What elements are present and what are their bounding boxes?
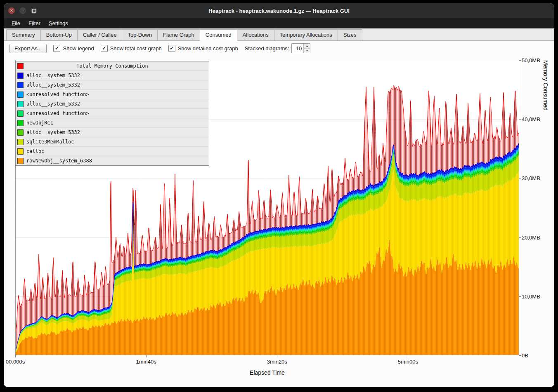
titlebar: ✕ – Heaptrack - heaptrack.wakunode.1.gz … — [4, 3, 554, 18]
legend-label: <unresolved function> — [26, 92, 89, 97]
legend-row: alloc__system_5332 — [16, 127, 209, 137]
x-tick-label: 00.000s — [6, 359, 25, 365]
y-tick-mark — [519, 296, 521, 297]
legend-row: calloc — [16, 146, 209, 156]
y-tick-label: 0B — [522, 352, 528, 359]
checkbox-check-icon: ✓ — [101, 45, 108, 52]
menubar: FileFilterSettings — [4, 18, 554, 28]
stacked-diagrams-spinbox[interactable]: 10 ▲ ▼ — [291, 43, 310, 53]
legend-label: calloc — [26, 148, 44, 154]
y-tick-label: 30,0MB — [522, 175, 540, 181]
legend-chip — [17, 158, 24, 164]
legend-label: alloc__system_5332 — [26, 73, 80, 78]
tab-bottom-up[interactable]: Bottom-Up — [40, 29, 78, 40]
spinbox-up-icon[interactable]: ▲ — [304, 44, 310, 49]
y-tick-mark — [519, 237, 521, 238]
y-tick-mark — [519, 119, 521, 120]
x-axis-title: Elapsed Time — [15, 369, 519, 376]
tab-sizes[interactable]: Sizes — [338, 29, 362, 40]
checkbox-label: Show total cost graph — [110, 45, 162, 52]
y-tick-mark — [519, 355, 521, 356]
x-tick-mark — [277, 355, 277, 357]
x-tick-label: 1min40s — [136, 359, 156, 365]
tab-consumed[interactable]: Consumed — [200, 29, 237, 41]
x-tick-label: 5min00s — [398, 359, 418, 365]
checkbox-check-icon: ✓ — [53, 45, 60, 52]
y-tick-label: 50,0MB — [522, 57, 540, 63]
stacked-diagrams-value[interactable]: 10 — [292, 44, 303, 53]
tab-temporary-allocations[interactable]: Temporary Allocations — [274, 29, 338, 40]
legend-chip — [17, 120, 24, 126]
legend-chip — [17, 101, 24, 107]
x-tick-mark — [146, 355, 147, 357]
legend-chip — [17, 73, 24, 79]
legend-row: alloc__system_5332 — [16, 99, 209, 108]
y-axis-title: Memory Consumed — [542, 60, 549, 355]
menu-settings[interactable]: Settings — [45, 19, 72, 27]
checkbox-label: Show detailed cost graph — [178, 45, 238, 52]
menu-file[interactable]: File — [8, 19, 24, 27]
checkbox-check-icon: ✓ — [168, 45, 175, 52]
legend-header-row: Total Memory Consumption — [16, 61, 209, 70]
consumed-chart-area: Total Memory Consumption alloc__system_5… — [4, 56, 554, 387]
legend-chip — [17, 139, 24, 145]
toolbar: Export As... ✓Show legend✓Show total cos… — [4, 41, 554, 56]
heaptrack-window: ✕ – Heaptrack - heaptrack.wakunode.1.gz … — [4, 3, 554, 387]
tab-flame-graph[interactable]: Flame Graph — [157, 29, 200, 40]
legend-chip — [17, 110, 24, 117]
legend-total-chip — [17, 63, 24, 69]
y-tick-mark — [519, 60, 521, 61]
checkbox-label: Show legend — [63, 45, 94, 52]
checkbox-show-total-cost-graph[interactable]: ✓Show total cost graph — [101, 45, 162, 52]
legend-label: alloc__system_5332 — [26, 129, 80, 135]
tabbar: SummaryBottom-UpCaller / CalleeTop-DownF… — [4, 28, 554, 41]
legend-row: sqlite3MemMalloc — [16, 137, 209, 146]
x-tick-mark — [408, 355, 408, 357]
legend-title: Total Memory Consumption — [16, 63, 209, 69]
toolbar-checkboxes: ✓Show legend✓Show total cost graph✓Show … — [53, 45, 238, 52]
chart-legend: Total Memory Consumption alloc__system_5… — [15, 61, 209, 166]
legend-chip — [17, 129, 24, 136]
checkbox-show-legend[interactable]: ✓Show legend — [53, 45, 94, 52]
legend-label: alloc__system_5332 — [26, 82, 80, 88]
spinbox-down-icon[interactable]: ▼ — [304, 49, 310, 53]
stacked-diagrams-label: Stacked diagrams: — [245, 45, 289, 52]
x-tick-label: 3min20s — [267, 359, 287, 365]
legend-row: newObjRC1 — [16, 118, 209, 127]
window-title: Heaptrack - heaptrack.wakunode.1.gz — He… — [4, 8, 554, 14]
menu-filter[interactable]: Filter — [25, 19, 44, 27]
legend-chip — [17, 92, 24, 98]
y-tick-label: 40,0MB — [522, 116, 540, 122]
tab-summary[interactable]: Summary — [6, 29, 41, 40]
legend-chip — [17, 148, 24, 155]
y-tick-label: 10,0MB — [522, 293, 540, 299]
x-tick-mark — [15, 355, 16, 357]
legend-label: rawNewObj__system_6388 — [26, 158, 92, 164]
y-tick-label: 20,0MB — [522, 234, 540, 240]
tab-allocations[interactable]: Allocations — [237, 29, 274, 40]
desktop: { "window": { "title": "Heaptrack - heap… — [0, 0, 558, 392]
tab-caller-callee[interactable]: Caller / Callee — [77, 29, 123, 40]
legend-label: <unresolved function> — [26, 110, 89, 116]
legend-label: newObjRC1 — [26, 120, 53, 126]
legend-label: alloc__system_5332 — [26, 101, 80, 107]
checkbox-show-detailed-cost-graph[interactable]: ✓Show detailed cost graph — [168, 45, 238, 52]
legend-chip — [17, 82, 24, 88]
legend-label: sqlite3MemMalloc — [26, 139, 74, 145]
legend-row: alloc__system_5332 — [16, 70, 209, 80]
legend-row: rawNewObj__system_6388 — [16, 156, 209, 165]
legend-row: <unresolved function> — [16, 108, 209, 118]
legend-row: <unresolved function> — [16, 89, 209, 99]
y-tick-mark — [519, 178, 521, 178]
tab-top-down[interactable]: Top-Down — [122, 29, 158, 40]
export-as-button[interactable]: Export As... — [9, 44, 47, 53]
legend-row: alloc__system_5332 — [16, 80, 209, 89]
